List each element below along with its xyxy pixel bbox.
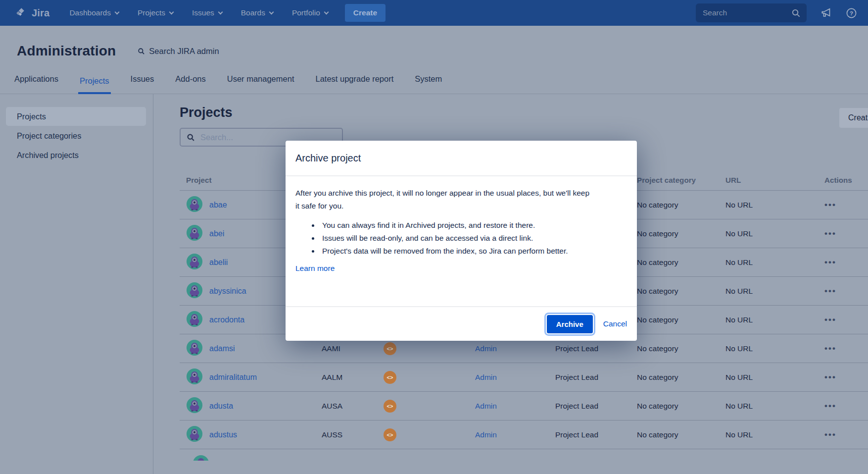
project-url: No URL: [725, 258, 817, 267]
admin-tab[interactable]: Add-ons: [174, 74, 207, 94]
software-project-type-icon: <>: [384, 342, 396, 355]
nav-menu-label: Boards: [241, 8, 265, 17]
nav-menu-label: Issues: [192, 8, 214, 17]
search-icon: [138, 48, 145, 55]
software-project-type-icon: <>: [384, 371, 396, 384]
project-key: AUSS: [322, 430, 384, 439]
project-category: No category: [637, 201, 725, 210]
project-avatar: [193, 455, 209, 461]
admin-tab[interactable]: Projects: [78, 76, 111, 94]
project-lead-link[interactable]: Admin: [475, 344, 497, 353]
project-category: No category: [637, 258, 725, 267]
admin-search-link[interactable]: Search JIRA admin: [138, 47, 219, 56]
nav-menu-item[interactable]: Portfolio: [292, 8, 328, 17]
project-link[interactable]: abelii: [209, 258, 228, 267]
projects-sidebar: Projects Project categories Archived pro…: [0, 94, 153, 474]
row-actions-button[interactable]: •••: [817, 372, 868, 382]
software-project-type-icon: <>: [384, 428, 396, 441]
chevron-down-icon: [115, 9, 120, 14]
sidebar-item[interactable]: Archived projects: [6, 146, 146, 164]
project-link[interactable]: adamsi: [209, 344, 235, 353]
table-row: admiralitatum AALM <> Admin Project Lead…: [180, 363, 868, 392]
create-project-button[interactable]: Creat: [839, 108, 868, 128]
project-avatar: [186, 224, 203, 243]
project-avatar: [186, 311, 203, 329]
project-link[interactable]: adustus: [209, 430, 237, 439]
admin-tab[interactable]: System: [413, 74, 443, 94]
announcements-icon[interactable]: [820, 7, 832, 18]
search-icon: [187, 133, 195, 142]
dialog-bullet-list: You can always find it in Archived proje…: [295, 219, 571, 258]
project-url: No URL: [725, 344, 817, 353]
row-actions-button[interactable]: •••: [817, 286, 868, 296]
project-avatar: [186, 397, 203, 416]
project-link[interactable]: admiralitatum: [209, 373, 257, 382]
dialog-intro-text: After you archive this project, it will …: [295, 187, 592, 212]
project-category: No category: [637, 430, 725, 439]
chevron-down-icon: [169, 9, 174, 14]
project-url: No URL: [725, 373, 817, 382]
project-category: No category: [637, 287, 725, 296]
default-assignee: Project Lead: [555, 402, 637, 411]
row-actions-button[interactable]: •••: [817, 258, 868, 267]
learn-more-link[interactable]: Learn more: [295, 264, 335, 273]
nav-create-button[interactable]: Create: [345, 4, 386, 22]
project-url: No URL: [725, 402, 817, 411]
admin-tab[interactable]: Applications: [13, 74, 60, 94]
project-link[interactable]: abae: [209, 201, 227, 210]
project-link[interactable]: adusta: [209, 402, 233, 411]
row-actions-button[interactable]: •••: [817, 344, 868, 354]
sidebar-item[interactable]: Project categories: [6, 126, 146, 145]
jira-admin-page: Jira Dashboards Projects Issues Boards P…: [0, 0, 868, 474]
admin-tab[interactable]: Latest upgrade report: [314, 74, 395, 94]
chevron-down-icon: [269, 9, 274, 14]
project-category: No category: [637, 344, 725, 353]
global-search-placeholder: Search: [703, 8, 727, 17]
project-link[interactable]: acrodonta: [209, 316, 244, 324]
dialog-header: Archive project: [286, 141, 637, 176]
row-actions-button[interactable]: •••: [817, 200, 868, 210]
project-category: No category: [637, 373, 725, 382]
admin-header: Administration Search JIRA admin: [0, 26, 868, 64]
nav-menu-item[interactable]: Boards: [241, 8, 273, 17]
nav-menu-item[interactable]: Issues: [192, 8, 222, 17]
svg-text:?: ?: [850, 10, 853, 16]
nav-menu-item[interactable]: Projects: [138, 8, 173, 17]
help-icon[interactable]: ?: [846, 7, 857, 19]
cancel-button[interactable]: Cancel: [603, 319, 627, 328]
project-category: No category: [637, 229, 725, 238]
sidebar-item[interactable]: Projects: [6, 107, 146, 126]
project-lead-link[interactable]: Admin: [475, 430, 497, 439]
dialog-bullet: You can always find it in Archived proje…: [320, 219, 570, 232]
row-actions-button[interactable]: •••: [817, 315, 868, 325]
page-title: Administration: [17, 43, 116, 59]
admin-tab[interactable]: Issues: [129, 74, 156, 94]
global-search-input[interactable]: Search: [696, 3, 807, 22]
software-project-type-icon: <>: [384, 400, 396, 413]
nav-menu-label: Portfolio: [292, 8, 320, 17]
nav-menu-item[interactable]: Dashboards: [69, 8, 119, 17]
jira-home-link[interactable]: Jira: [15, 7, 49, 19]
project-link[interactable]: abei: [209, 229, 224, 238]
admin-tab[interactable]: User management: [226, 74, 296, 94]
project-avatar: [186, 425, 203, 444]
archive-button[interactable]: Archive: [547, 315, 593, 333]
project-lead-link[interactable]: Admin: [475, 402, 497, 410]
project-url: No URL: [725, 229, 817, 238]
row-actions-button[interactable]: •••: [817, 430, 868, 440]
project-url: No URL: [725, 201, 817, 210]
column-header-url: URL: [725, 176, 817, 184]
row-actions-button[interactable]: •••: [817, 401, 868, 411]
nav-menu-label: Dashboards: [69, 8, 111, 17]
project-lead-link[interactable]: Admin: [475, 373, 497, 381]
dialog-title: Archive project: [295, 153, 361, 164]
chevron-down-icon: [218, 9, 223, 14]
dialog-bullet: Issues will be read-only, and can be acc…: [320, 232, 570, 245]
row-actions-button[interactable]: •••: [817, 229, 868, 239]
project-link[interactable]: abyssinica: [209, 287, 246, 296]
table-row-partial: [180, 449, 868, 461]
project-avatar: [186, 196, 203, 214]
nav-menu-label: Projects: [138, 8, 165, 17]
admin-search-label: Search JIRA admin: [149, 47, 219, 56]
default-assignee: Project Lead: [555, 344, 637, 353]
